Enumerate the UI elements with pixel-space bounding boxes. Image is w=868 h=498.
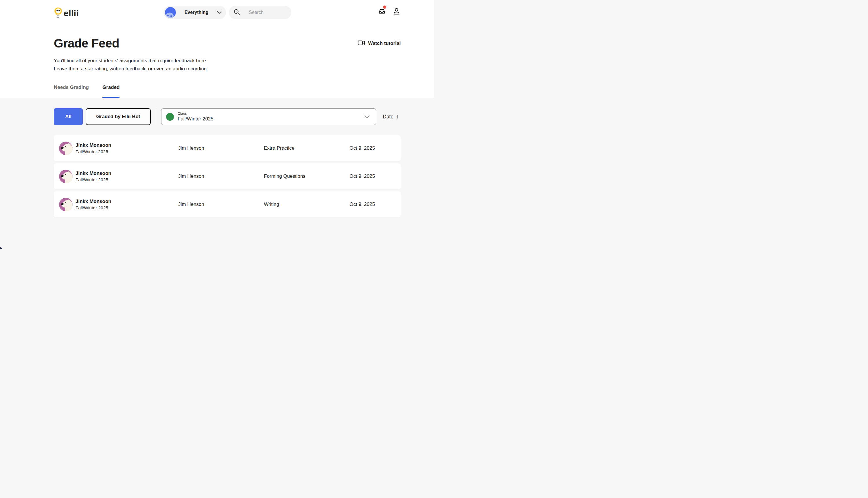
arrow-down-icon: ↓ bbox=[396, 114, 399, 120]
grade-feed-tabs: Needs Grading Graded bbox=[54, 84, 401, 98]
bottom-corner-widget bbox=[0, 247, 2, 249]
profile-button[interactable] bbox=[393, 8, 400, 16]
student-name: Jinkx Monsoon bbox=[76, 142, 111, 148]
student-avatar bbox=[59, 142, 73, 155]
filter-divider bbox=[156, 108, 156, 125]
student-class: Fall/Winter 2025 bbox=[76, 149, 111, 154]
search-box[interactable] bbox=[229, 6, 291, 19]
scope-selector-button[interactable]: Everything bbox=[163, 6, 226, 19]
filter-graded-by-ellii-bot-button[interactable]: Graded by Ellii Bot bbox=[86, 108, 151, 125]
scope-avatar-icon bbox=[165, 7, 176, 18]
graded-date: Oct 9, 2025 bbox=[350, 173, 395, 179]
tab-needs-grading[interactable]: Needs Grading bbox=[54, 84, 89, 98]
page-title: Grade Feed bbox=[54, 37, 119, 50]
sort-label: Date bbox=[383, 114, 393, 120]
graded-date: Oct 9, 2025 bbox=[350, 201, 395, 207]
tab-graded[interactable]: Graded bbox=[103, 84, 120, 98]
video-camera-icon bbox=[357, 40, 365, 47]
sort-date-button[interactable]: Date ↓ bbox=[383, 108, 399, 125]
graded-list: Jinkx Monsoon Fall/Winter 2025 Jim Henso… bbox=[54, 135, 401, 218]
lightbulb-icon bbox=[54, 7, 63, 20]
feed-row[interactable]: Jinkx Monsoon Fall/Winter 2025 Jim Henso… bbox=[54, 192, 401, 218]
graded-date: Oct 9, 2025 bbox=[350, 145, 395, 151]
search-icon bbox=[233, 9, 240, 16]
student-class: Fall/Winter 2025 bbox=[76, 177, 111, 182]
logo-text: ellii bbox=[64, 9, 79, 18]
watch-tutorial-label: Watch tutorial bbox=[368, 41, 401, 46]
page-description: You'll find all of your students' assign… bbox=[54, 57, 401, 73]
inbox-icon bbox=[378, 8, 386, 15]
watch-tutorial-button[interactable]: Watch tutorial bbox=[357, 40, 401, 47]
student-name: Jinkx Monsoon bbox=[76, 171, 111, 176]
class-select-label: Class bbox=[178, 112, 365, 116]
student-name: Jinkx Monsoon bbox=[76, 199, 111, 205]
top-nav: ellii Everything bbox=[0, 0, 434, 25]
teacher-name: Jim Henson bbox=[178, 173, 264, 179]
feed-row[interactable]: Jinkx Monsoon Fall/Winter 2025 Jim Henso… bbox=[54, 163, 401, 189]
chevron-down-icon bbox=[217, 10, 221, 15]
teacher-name: Jim Henson bbox=[178, 201, 264, 207]
inbox-button[interactable] bbox=[378, 8, 386, 15]
ellii-logo[interactable]: ellii bbox=[54, 7, 79, 20]
assignment-name: Forming Questions bbox=[264, 173, 350, 179]
class-color-dot bbox=[166, 113, 174, 121]
assignment-name: Writing bbox=[264, 201, 350, 207]
class-select-value: Fall/Winter 2025 bbox=[178, 116, 365, 122]
scope-selector-label: Everything bbox=[176, 10, 217, 15]
page-header-section: Grade Feed Watch tutorial You'll find al… bbox=[0, 25, 434, 98]
teacher-name: Jim Henson bbox=[178, 145, 264, 151]
feed-row[interactable]: Jinkx Monsoon Fall/Winter 2025 Jim Henso… bbox=[54, 135, 401, 161]
person-icon bbox=[393, 8, 400, 16]
grade-feed-content: All Graded by Ellii Bot Class Fall/Winte… bbox=[0, 98, 434, 240]
assignment-name: Extra Practice bbox=[264, 145, 350, 151]
student-avatar bbox=[59, 170, 73, 183]
student-class: Fall/Winter 2025 bbox=[76, 205, 111, 210]
search-input[interactable] bbox=[248, 10, 286, 15]
notification-dot bbox=[383, 5, 386, 9]
student-avatar bbox=[59, 198, 73, 211]
class-select[interactable]: Class Fall/Winter 2025 bbox=[161, 108, 376, 125]
filter-all-button[interactable]: All bbox=[54, 108, 83, 125]
chevron-down-icon bbox=[365, 115, 369, 119]
